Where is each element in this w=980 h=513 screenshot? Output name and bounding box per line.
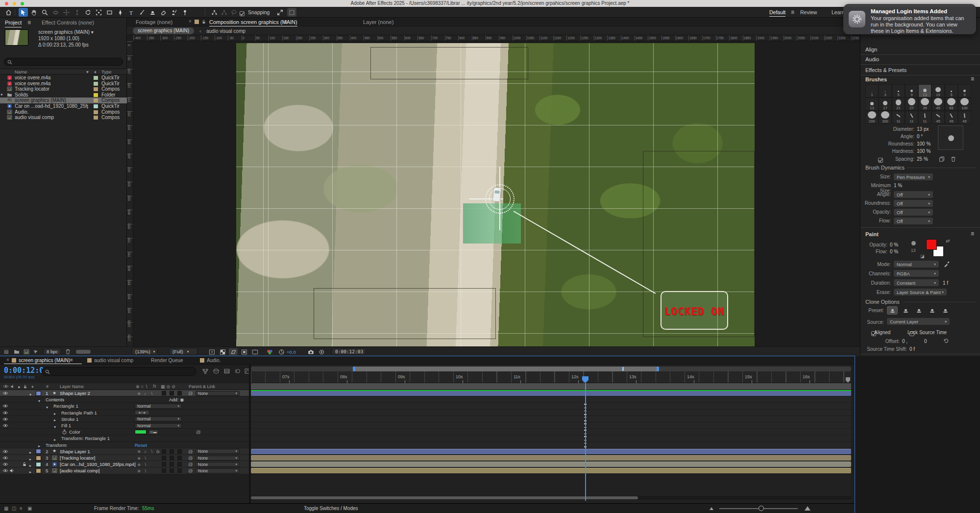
pickwhip-icon[interactable]: @ xyxy=(196,429,201,435)
tab-footage[interactable]: Footage (none) xyxy=(136,19,172,25)
layer-color-swatch[interactable] xyxy=(36,391,41,396)
channel-rgb-icon[interactable] xyxy=(265,348,274,355)
layer-duration-bar[interactable] xyxy=(251,449,851,454)
timeline-tab[interactable]: Render Queue xyxy=(151,358,183,363)
parent-dropdown[interactable]: None▾ xyxy=(196,456,240,461)
dynamics-dropdown[interactable]: Pen Pressure▾ xyxy=(894,173,933,180)
label-swatch[interactable] xyxy=(94,93,98,97)
switch-cell[interactable] xyxy=(162,449,166,454)
brush-preset[interactable]: 45 xyxy=(945,111,958,124)
brush-preset[interactable]: 45 xyxy=(958,111,971,124)
switch-slash-icon[interactable]: ∖ xyxy=(142,469,148,473)
draft-3d-icon[interactable] xyxy=(213,368,220,374)
brush-preset[interactable]: 35 xyxy=(918,98,931,111)
zoom-out-mountain-icon[interactable] xyxy=(710,507,713,510)
switch-cell[interactable] xyxy=(162,391,166,395)
switch-slash-icon[interactable]: ∖ xyxy=(142,463,148,467)
paint-row-dropdown[interactable]: Normal▾ xyxy=(894,261,939,268)
eraser-tool-button[interactable] xyxy=(159,8,168,17)
switch-slash-icon[interactable]: ∖ xyxy=(148,391,155,396)
column-header-type[interactable]: Type xyxy=(101,69,112,74)
brush-preset[interactable]: 5 xyxy=(945,84,958,98)
collaborators-icon[interactable]: ▣ xyxy=(27,506,32,511)
layer-name[interactable]: [Car on...hd_1920_1080_25fps.mp4] xyxy=(60,462,136,467)
project-item[interactable]: Tracking locatorCompos xyxy=(0,86,127,92)
dynamics-value[interactable]: 1 % xyxy=(894,183,902,188)
label-column-icon[interactable]: ♦ xyxy=(94,69,97,74)
panel-section-align[interactable]: Align xyxy=(860,45,980,55)
project-item[interactable]: screen graphics (MAIN)Compos xyxy=(0,98,127,103)
tab-effect-controls[interactable]: Effect Controls (none) xyxy=(42,20,94,25)
flow-value[interactable]: 0 % xyxy=(890,249,898,254)
switch-sun-icon[interactable]: ☼ xyxy=(142,391,148,396)
workspace-default[interactable]: Default xyxy=(769,9,785,17)
timeline-row-shape-layer-2[interactable]: ▾1★Shape Layer 2⊕☼∖@None▾ xyxy=(0,390,249,396)
timeline-row-rectangle-1[interactable]: ▾Rectangle 1Normal▾ xyxy=(0,403,249,409)
label-swatch[interactable] xyxy=(94,82,98,86)
source-time-shift-value[interactable]: 0 f xyxy=(909,346,915,352)
property-name[interactable]: Fill 1 xyxy=(61,423,71,428)
timeline-tab[interactable]: audio visual comp xyxy=(94,358,133,363)
tab-project[interactable]: Project xyxy=(5,20,22,27)
fast-preview-icon[interactable] xyxy=(207,348,216,355)
expand-arrow-icon[interactable]: ▸ xyxy=(29,456,31,462)
track-row[interactable] xyxy=(251,461,851,467)
navigator-start-handle[interactable] xyxy=(353,366,355,371)
fill-color-swatch[interactable] xyxy=(135,430,147,434)
brush-preset[interactable]: 65 xyxy=(945,98,958,111)
column-layer-name[interactable]: Layer Name xyxy=(60,384,84,389)
expand-arrow-icon[interactable]: ▸ xyxy=(29,463,31,468)
blend-mode-dropdown[interactable]: Normal▾ xyxy=(135,423,182,428)
track-row[interactable] xyxy=(251,410,851,416)
brush-tool-button[interactable] xyxy=(137,8,147,17)
timeline-row--car-on-hd-1920-1080-25fps-mp4-[interactable]: ▸4[Car on...hd_1920_1080_25fps.mp4]⊕∖@No… xyxy=(0,461,249,467)
switch-cell[interactable] xyxy=(162,462,166,466)
project-item[interactable]: ♪voice overe.m4aQuickTir xyxy=(0,81,127,87)
clone-stamp-tool-button[interactable] xyxy=(148,8,157,17)
snap-options-icon[interactable] xyxy=(287,8,296,17)
eye-icon[interactable] xyxy=(2,468,8,473)
system-notification[interactable]: Managed Login Items Added Your organisat… xyxy=(843,4,976,34)
timeline-row--audio-visual-comp-[interactable]: ▸5[audio visual comp]⊕∖@None▾ xyxy=(0,467,249,474)
eye-icon[interactable] xyxy=(2,404,8,408)
clone-preset-1[interactable] xyxy=(887,306,898,315)
eyedropper-icon[interactable] xyxy=(944,261,950,267)
timeline-row--tracking-locator-[interactable]: ▸3[Tracking locator]⊕∖@None▾ xyxy=(0,455,249,461)
switch-cell[interactable] xyxy=(170,391,174,395)
expand-arrow-icon[interactable]: ▾ xyxy=(38,398,40,403)
parent-dropdown[interactable]: None▾ xyxy=(196,468,240,473)
offset-x-value[interactable]: 0 , xyxy=(902,339,907,344)
snapshot-camera-icon[interactable] xyxy=(306,348,315,355)
brush-prop-value[interactable]: 13 px xyxy=(917,126,929,132)
brush-preset[interactable]: 19 xyxy=(931,84,945,98)
expand-arrow-icon[interactable]: ▸ xyxy=(1,92,3,97)
hand-tool-button[interactable] xyxy=(29,8,39,17)
trash-icon[interactable] xyxy=(65,348,71,355)
brush-preset[interactable]: 200 xyxy=(865,111,879,124)
orbit-camera-tool-button[interactable] xyxy=(51,8,60,17)
composition-flowchart-icon[interactable] xyxy=(202,368,209,374)
project-search-input[interactable] xyxy=(4,58,123,66)
brush-preset[interactable]: 17 xyxy=(879,98,892,111)
brush-preset[interactable]: 13 xyxy=(865,98,879,111)
clone-preset-3[interactable] xyxy=(913,306,924,315)
lock-icon[interactable] xyxy=(22,462,27,467)
selection-tool-button[interactable] xyxy=(19,8,28,17)
tab-swatch[interactable] xyxy=(12,358,16,363)
expand-arrow-icon[interactable]: ▸ xyxy=(54,437,56,442)
group-name[interactable]: Contents xyxy=(46,397,64,402)
switch-cell[interactable] xyxy=(177,462,182,466)
timeline-row-fill-1[interactable]: ▾Fill 1Normal▾ xyxy=(0,422,249,429)
snap-node2-icon[interactable] xyxy=(220,8,229,17)
paint-row-dropdown[interactable]: Constant▾ xyxy=(894,279,939,286)
layer-duration-bar[interactable] xyxy=(251,468,851,473)
swap-colors-icon[interactable]: ⇄ xyxy=(946,238,950,244)
zoom-slider-knob[interactable] xyxy=(759,506,764,511)
brush-preset[interactable]: 27 xyxy=(905,98,918,111)
project-item[interactable]: audio visual compCompos xyxy=(0,115,127,121)
layer-name[interactable]: Shape Layer 2 xyxy=(60,391,90,396)
clone-preset-4[interactable] xyxy=(927,306,937,315)
layer-color-swatch[interactable] xyxy=(36,449,41,454)
paint-row-dropdown[interactable]: RGBA▾ xyxy=(894,270,939,277)
track-row[interactable] xyxy=(251,396,851,403)
